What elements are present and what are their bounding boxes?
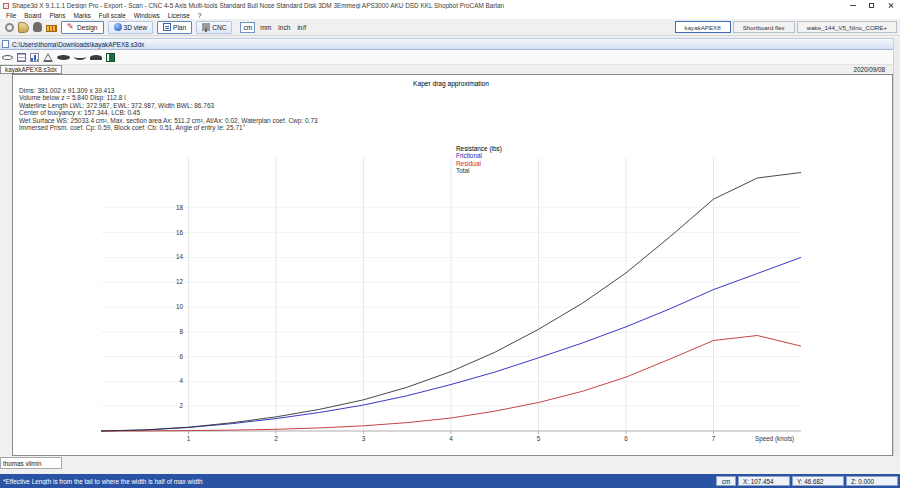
close-button[interactable] bbox=[881, 0, 900, 11]
status-bar: *Effective Length is from the tail to wh… bbox=[0, 474, 900, 488]
x-axis-label: Speed (knots) bbox=[755, 435, 794, 443]
cnc-button[interactable]: CNC bbox=[196, 21, 232, 34]
unit-in-f[interactable]: in/f bbox=[295, 23, 308, 32]
info-line-2: Volume below z = 5.840 Disp: 112.8 l bbox=[19, 94, 318, 101]
menu-item-license[interactable]: License bbox=[164, 12, 194, 19]
minimize-button[interactable] bbox=[843, 0, 862, 11]
menu-item-windows[interactable]: Windows bbox=[130, 12, 164, 19]
info-line-1: Dims: 381.002 x 91.309 x 39.413 bbox=[19, 87, 318, 94]
document-icon bbox=[2, 40, 9, 48]
ruler-icon[interactable] bbox=[46, 25, 57, 32]
document-titlebar: C:\Users\thoma\Downloads\kayakAPEX8.s3dx bbox=[0, 38, 900, 50]
design-button[interactable]: ✎Design bbox=[61, 21, 104, 34]
brush-icon[interactable] bbox=[18, 22, 29, 33]
svg-text:2: 2 bbox=[179, 402, 183, 409]
plan-button[interactable]: Plan bbox=[157, 21, 192, 34]
button-label: 3D view bbox=[124, 24, 147, 31]
info-line-4: Center of buoyancy x: 157.344, LCB: 0.45 bbox=[19, 109, 318, 116]
info-line-6: Immersed Prism. coef. Cp: 0.59, Block co… bbox=[19, 124, 318, 131]
status-unit: cm bbox=[716, 476, 736, 486]
plan-icon bbox=[163, 23, 171, 31]
drag-chart: 246810121416181234567Kaper drag approxim… bbox=[13, 75, 892, 455]
document-tab[interactable]: kayakAPEX8.s3dx bbox=[0, 65, 62, 74]
menu-item-plans[interactable]: Plans bbox=[45, 12, 69, 19]
button-label: Design bbox=[77, 24, 98, 31]
board-outline-icon[interactable] bbox=[2, 55, 13, 60]
svg-text:1: 1 bbox=[187, 435, 191, 442]
app-titlebar: Shape3d X 9.1.1.1 Design Pro - Export - … bbox=[0, 0, 900, 11]
window-title: Shape3d X 9.1.1.1 Design Pro - Export - … bbox=[12, 2, 843, 9]
file-tab-kayakapex8[interactable]: kayakAPEX8 bbox=[675, 21, 731, 33]
hydrostatics-info-block: Dims: 381.002 x 91.309 x 39.413Volume be… bbox=[19, 87, 318, 131]
x-axis-tick-labels: 1234567 bbox=[187, 435, 716, 442]
svg-text:6: 6 bbox=[179, 353, 183, 360]
svg-text:12: 12 bbox=[176, 278, 184, 285]
maximize-icon bbox=[869, 3, 874, 8]
document-path: C:\Users\thoma\Downloads\kayakAPEX8.s3dx bbox=[12, 41, 144, 48]
svg-text:3: 3 bbox=[362, 435, 366, 442]
y-axis-tick-labels: 24681012141618 bbox=[176, 204, 184, 409]
menu-item-full-scale[interactable]: Full scale bbox=[95, 12, 130, 19]
unit-mm[interactable]: mm bbox=[258, 23, 273, 32]
file-tab-shortboard-flex[interactable]: Shortboard flex bbox=[733, 21, 795, 33]
document-toolbar bbox=[0, 50, 900, 65]
page-date: 2020/09/08 bbox=[853, 66, 885, 73]
app-logo-icon bbox=[3, 3, 9, 9]
file-tab-wake-144-v5-nino-core-[interactable]: wake_144_V5_Nino_CORE+ bbox=[797, 21, 897, 33]
status-message: *Effective Length is from the tail to wh… bbox=[3, 478, 716, 485]
rocker-curve-icon[interactable] bbox=[74, 54, 86, 60]
vertical-scrollbar[interactable] bbox=[893, 38, 900, 456]
legend-item-total: Total bbox=[456, 167, 502, 174]
triangle-icon[interactable] bbox=[43, 53, 53, 62]
unit-inch[interactable]: inch bbox=[276, 23, 292, 32]
menu-bar: FileBoardPlansMarksFull scaleWindowsLice… bbox=[0, 11, 900, 19]
legend-item-residual: Residual bbox=[456, 160, 502, 167]
status-y-coordinate: Y: 46.682 bbox=[792, 476, 844, 486]
maximize-button[interactable] bbox=[862, 0, 881, 11]
chart-title: Kaper drag approximation bbox=[413, 80, 489, 88]
open-file-tabs: kayakAPEX8Shortboard flexwake_144_V5_Nin… bbox=[673, 21, 897, 33]
document-header: kayakAPEX8.s3dx 2020/09/08 bbox=[0, 65, 893, 74]
close-icon bbox=[888, 3, 894, 9]
excel-export-icon[interactable] bbox=[106, 53, 115, 62]
status-cells: cmX: 107.454Y: 46.682Z: 0.000 bbox=[716, 476, 898, 486]
svg-text:4: 4 bbox=[449, 435, 453, 442]
svg-text:18: 18 bbox=[176, 204, 184, 211]
unit-selector: cmmminchin/f bbox=[240, 22, 308, 33]
info-line-3: Waterline Length LWL: 372.987, EWL: 372.… bbox=[19, 102, 318, 109]
status-z-coordinate: Z: 0.000 bbox=[846, 476, 898, 486]
menu-item-marks[interactable]: Marks bbox=[69, 12, 94, 19]
half-ellipse-icon[interactable] bbox=[90, 55, 102, 60]
chart-vertical-gridlines bbox=[189, 158, 714, 431]
cnc-icon bbox=[202, 23, 210, 31]
svg-text:8: 8 bbox=[179, 328, 183, 335]
status-x-coordinate: X: 107.454 bbox=[738, 476, 790, 486]
solid-ellipse-icon[interactable] bbox=[57, 55, 70, 60]
sphere-icon bbox=[114, 23, 122, 31]
hand-icon[interactable] bbox=[33, 22, 42, 32]
menu-item-file[interactable]: File bbox=[2, 12, 20, 19]
button-label: CNC bbox=[212, 24, 226, 31]
svg-text:10: 10 bbox=[176, 303, 184, 310]
dimensions-table-icon[interactable] bbox=[17, 53, 26, 62]
minimize-icon bbox=[850, 5, 856, 6]
svg-text:16: 16 bbox=[176, 229, 184, 236]
compass-icon[interactable] bbox=[5, 23, 14, 32]
main-toolbar: ✎Design3D viewPlanCNCcmmminchin/fkayakAP… bbox=[0, 19, 900, 36]
legend-item-frictional: Frictional bbox=[456, 152, 502, 159]
window-controls bbox=[843, 0, 900, 11]
plot-page: 246810121416181234567Kaper drag approxim… bbox=[12, 74, 893, 456]
svg-text:14: 14 bbox=[176, 253, 184, 260]
svg-text:4: 4 bbox=[179, 377, 183, 384]
unit-cm[interactable]: cm bbox=[240, 22, 255, 33]
svg-text:5: 5 bbox=[537, 435, 541, 442]
x-axis-ticks bbox=[189, 431, 714, 434]
legend-ylabel: Resistance (lbs) bbox=[456, 145, 502, 152]
menu-item-board[interactable]: Board bbox=[20, 12, 45, 19]
bar-chart-icon[interactable] bbox=[30, 53, 39, 62]
svg-text:6: 6 bbox=[624, 435, 628, 442]
menu-item--[interactable]: ? bbox=[194, 12, 206, 19]
chart-legend: Resistance (lbs)FrictionalResidualTotal bbox=[456, 145, 502, 175]
3d-view-button[interactable]: 3D view bbox=[108, 21, 153, 34]
button-label: Plan bbox=[173, 24, 186, 31]
